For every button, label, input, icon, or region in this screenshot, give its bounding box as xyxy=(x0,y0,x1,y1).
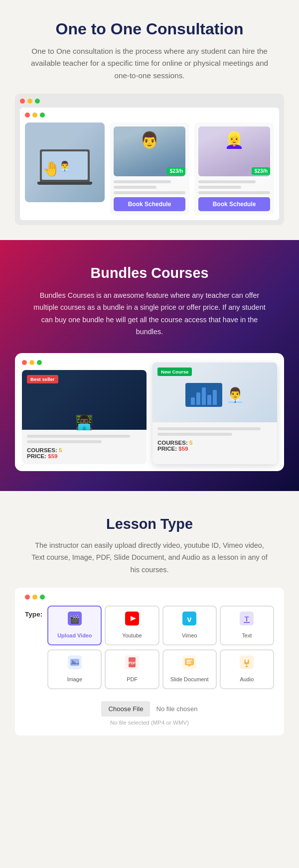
bar-1 xyxy=(191,397,195,405)
line-1 xyxy=(114,180,171,183)
slide-document-card[interactable]: Slide Document xyxy=(162,649,217,689)
image-icon xyxy=(50,655,99,672)
bestseller-badge: Best seller xyxy=(27,375,58,383)
svg-text:PDF: PDF xyxy=(129,661,136,665)
teacher-cards-container: 👨 $23/h Book Schedule 👱‍♀️ xyxy=(110,123,274,215)
dot-red xyxy=(20,99,25,104)
pdf-card[interactable]: PDF PDF xyxy=(105,649,159,689)
dot-yellow-inner xyxy=(32,113,37,118)
file-hint: No file selected (MP4 or WMV) xyxy=(25,720,274,726)
bar-3 xyxy=(202,387,206,405)
dot-red-inner xyxy=(25,113,30,118)
slide-document-icon xyxy=(165,655,214,672)
lesson-browser-dots xyxy=(25,595,274,600)
book-schedule-button-1[interactable]: Book Schedule xyxy=(114,197,185,211)
bundle-card-body-1: COURSES: 5 PRICE: $59 xyxy=(22,430,147,464)
svg-text:🎬: 🎬 xyxy=(70,615,80,624)
no-file-text: No file chosen xyxy=(156,705,197,713)
image-label: Image xyxy=(67,676,82,682)
bundle-info-2: COURSES: 5 PRICE: $59 xyxy=(157,440,272,452)
bar-5 xyxy=(213,390,217,405)
upload-video-card[interactable]: 🎬 Upload Video xyxy=(47,606,102,645)
audio-svg xyxy=(240,655,254,669)
svg-rect-24 xyxy=(246,658,248,662)
text-icon: T xyxy=(223,612,271,628)
dot-red-bundles xyxy=(22,360,27,365)
dot-green-bundles xyxy=(37,360,42,365)
upload-video-svg: 🎬 xyxy=(68,612,82,625)
lesson-type-icons: 🎬 Upload Video Youtube xyxy=(47,606,274,693)
lesson-type-row: Type: 🎬 Upload Video xyxy=(25,606,274,693)
pdf-label: PDF xyxy=(127,676,138,682)
bundle-card-image-2: New Course xyxy=(152,363,277,422)
type-label: Type: xyxy=(25,606,42,618)
consultation-laptop-image: 🤚 xyxy=(25,123,105,202)
bundle-cards-container: Best seller 👨🏿‍💻 COURSES: 5 xyxy=(22,370,277,464)
bundle-line-1 xyxy=(27,435,130,438)
bundle-card-2: New Course xyxy=(152,363,277,464)
dot-red-lesson xyxy=(25,595,30,600)
consultation-outer-mockup: 🤚 👨 $23/h xyxy=(15,94,284,225)
bundle-card-image-1: Best seller 👨🏿‍💻 xyxy=(22,370,147,430)
dot-green xyxy=(35,99,40,104)
bundle-price-1: PRICE: $59 xyxy=(27,453,142,459)
audio-icon xyxy=(223,655,271,672)
bundle-line-3 xyxy=(157,427,261,430)
teacher-card-2: 👱‍♀️ $23/h Book Schedule xyxy=(194,123,274,215)
svg-rect-19 xyxy=(186,661,191,662)
svg-rect-18 xyxy=(186,660,192,661)
bundle-price-2: PRICE: $59 xyxy=(157,446,272,452)
audio-card[interactable]: Audio xyxy=(220,649,274,689)
youtube-svg xyxy=(125,612,139,625)
laptop-base xyxy=(37,182,92,185)
svg-rect-26 xyxy=(245,666,248,667)
svg-text:v: v xyxy=(187,615,192,623)
bundle-card-1: Best seller 👨🏿‍💻 COURSES: 5 xyxy=(22,370,147,464)
new-course-badge: New Course xyxy=(157,368,192,376)
lesson-title: Lesson Type xyxy=(15,516,284,532)
pdf-svg: PDF xyxy=(125,655,139,669)
image-card[interactable]: Image xyxy=(47,649,102,689)
dot-yellow xyxy=(27,99,32,104)
text-svg: T xyxy=(240,612,254,625)
bundle-info-1: COURSES: 5 PRICE: $59 xyxy=(27,447,142,459)
line-4 xyxy=(198,180,256,183)
bar-4 xyxy=(207,395,211,405)
dot-green-inner xyxy=(40,113,45,118)
vimeo-label: Vimeo xyxy=(182,632,197,638)
text-label: Text xyxy=(242,632,252,638)
youtube-icon xyxy=(108,612,156,628)
vimeo-icon: v xyxy=(165,612,214,628)
consultation-title: One to One Consultation xyxy=(15,20,284,38)
teacher-lines-1 xyxy=(114,180,185,194)
vimeo-card[interactable]: v Vimeo xyxy=(162,606,217,645)
svg-text:T: T xyxy=(245,615,249,623)
consultation-cards: 🤚 👨 $23/h xyxy=(25,123,274,215)
bar-2 xyxy=(196,392,200,405)
upload-video-label: Upload Video xyxy=(57,632,92,638)
file-input-area: Choose File No file chosen xyxy=(25,701,274,717)
lesson-icons-row-1: 🎬 Upload Video Youtube xyxy=(47,606,274,645)
choose-file-button[interactable]: Choose File xyxy=(101,701,150,717)
text-card[interactable]: T Text xyxy=(220,606,274,645)
bundle-line-2 xyxy=(27,440,102,443)
book-schedule-button-2[interactable]: Book Schedule xyxy=(198,197,270,211)
bundles-description: Bundles Courses is an awesome feature wh… xyxy=(30,289,269,338)
teacher-price-badge-2: $23/h xyxy=(252,167,270,175)
bundles-mockup: Best seller 👨🏿‍💻 COURSES: 5 xyxy=(15,353,284,471)
youtube-card[interactable]: Youtube xyxy=(105,606,159,645)
browser-dots-outer xyxy=(20,99,279,104)
consultation-description: One to One consultation is the process w… xyxy=(30,45,269,82)
svg-rect-20 xyxy=(186,663,191,664)
hand-icon: 🤚 xyxy=(42,160,60,177)
lesson-section: Lesson Type The instructor can easily up… xyxy=(0,491,299,755)
line-2 xyxy=(114,186,156,189)
slide-document-label: Slide Document xyxy=(170,676,209,682)
teacher-card-1: 👨 $23/h Book Schedule xyxy=(110,123,189,215)
bundle-courses-1: COURSES: 5 xyxy=(27,447,142,453)
lesson-mockup: Type: 🎬 Upload Video xyxy=(15,588,284,736)
chart-visual xyxy=(188,385,219,405)
line-3 xyxy=(114,191,185,194)
bundles-section: Bundles Courses Bundles Courses is an aw… xyxy=(0,240,299,491)
upload-video-icon: 🎬 xyxy=(50,612,99,628)
